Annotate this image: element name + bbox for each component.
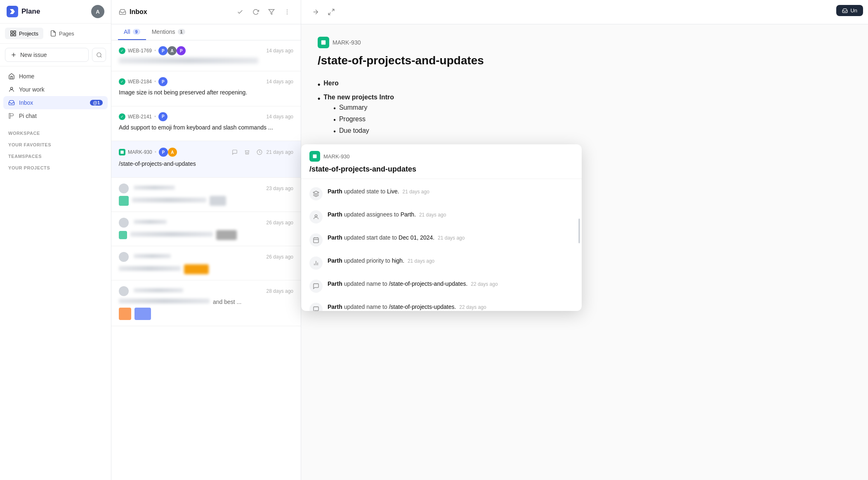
blurred-title [132,198,206,202]
mark-all-read-button[interactable] [234,6,246,18]
inbox-item-blurred-5[interactable]: 26 days ago [111,212,301,246]
workspace-label: WORKSPACE [0,126,111,137]
subtab-all-count: 9 [133,29,140,35]
expand-button[interactable] [325,6,337,18]
list-item: 26 days ago [119,218,293,228]
activity-text-name2: Parth updated name to /state-of-projects… [328,303,486,311]
subtab-all[interactable]: All 9 [118,24,146,40]
activity-icon-message1 [309,280,323,293]
comment-action-button[interactable] [229,147,240,158]
time-action-button[interactable] [254,147,265,158]
avatar: P [177,46,186,55]
sidebar: Plane A Projects Pages New issue Home Yo… [0,0,111,480]
activity-value: Dec 01, 2024. [399,234,434,241]
inbox-item-web1769[interactable]: WEB-1769 • P A P 14 days ago [111,40,301,71]
item-date: 23 days ago [267,186,293,191]
inbox-item-mark930[interactable]: MARK-930 • P A 21 days ago [111,141,301,178]
popup-header: MARK-930 /state-of-projects-and-updates [301,144,582,179]
svg-line-8 [100,56,101,57]
svg-marker-0 [10,9,15,14]
activity-item-state: Parth updated state to Live. 21 days ago [301,182,582,205]
svg-rect-19 [313,155,317,158]
avatar: P [158,112,167,121]
subtab-all-label: All [124,28,130,35]
item-meta [119,184,175,193]
nav-inbox[interactable]: Inbox @1 [3,96,108,109]
more-options-button[interactable] [281,6,293,18]
item-date: 14 days ago [267,48,293,54]
item-meta [119,252,171,262]
app-logo[interactable]: Plane [7,6,40,17]
activity-actor: Parth [328,211,342,218]
list-item: 28 days ago [119,286,293,296]
sub-list-item-progress: Progress [333,114,394,126]
tab-pages[interactable]: Pages [45,28,79,39]
activity-icon-bars [309,256,323,270]
item-meta: MARK-930 • P A [119,148,177,157]
inbox-item-web2184[interactable]: WEB-2184 • P 14 days ago Image size is n… [111,71,301,106]
activity-actor: Parth [328,188,342,195]
blurred-text [134,186,175,190]
inbox-item-web2141[interactable]: WEB-2141 • P 14 days ago Add support to … [111,106,301,141]
new-issue-label: New issue [20,52,47,58]
tab-projects[interactable]: Projects [5,28,43,39]
inbox-item-blurred-4[interactable]: 23 days ago [111,178,301,212]
nav-buttons [309,6,337,18]
item-meta [119,218,167,228]
projects-label: YOUR PROJECTS [0,160,111,172]
activity-text-name1: Parth updated name to /state-of-projects… [328,280,498,288]
activity-text-priority: Parth updated priority to high. 21 days … [328,256,434,265]
nav-home[interactable]: Home [3,70,108,83]
blurred-title [130,232,213,237]
svg-rect-3 [11,34,13,36]
blurred-thumb [216,230,237,240]
blurred-icon [119,231,127,239]
activity-item-assignee: Parth updated assignees to Parth. 21 day… [301,205,582,228]
svg-marker-11 [269,9,274,14]
activity-actor: Parth [328,234,342,241]
inbox-item-blurred-6[interactable]: 26 days ago [111,246,301,280]
nav-home-label: Home [19,73,34,80]
inbox-item-blurred-7[interactable]: 28 days ago and best ... [111,280,301,326]
svg-point-13 [287,12,288,12]
new-issue-button[interactable]: New issue [5,48,89,62]
search-button[interactable] [92,48,106,62]
activity-item-date: Parth updated start date to Dec 01, 2024… [301,228,582,252]
blurred-title [119,299,210,304]
list-item-intro: The new projects Intro Summary Progress … [318,92,851,139]
status-icon [119,78,125,85]
issue-title: /state-of-projects-and-updates [318,53,851,68]
refresh-inbox-button[interactable] [250,6,262,18]
nav-section-main: Home Your work Inbox @1 Pi chat [0,66,111,126]
inbox-subtabs: All 9 Mentions 1 [111,24,301,40]
list-item: WEB-2141 • P 14 days ago [119,112,293,121]
blurred-text [134,220,167,224]
item-date: 14 days ago [267,79,293,85]
user-avatar[interactable]: A [91,5,104,18]
popup-label-row: MARK-930 [309,151,573,162]
status-icon [119,113,125,120]
nav-your-work[interactable]: Your work [3,83,108,96]
popup-issue-id: MARK-930 [323,153,350,160]
list-item-text: Hero [323,80,338,87]
activity-actor: Parth [328,280,342,287]
activity-text-assignee: Parth updated assignees to Parth. 21 day… [328,210,446,219]
subtab-mentions[interactable]: Mentions 1 [146,24,191,40]
svg-point-12 [287,9,288,10]
blurred-avatar [119,252,129,262]
delete-action-button[interactable] [242,147,252,158]
svg-marker-20 [313,191,318,194]
unread-badge[interactable]: Un [836,5,863,16]
blurred-title [119,266,181,271]
navigate-forward-button[interactable] [309,6,322,18]
inbox-header-actions [234,6,293,18]
nav-pi-chat[interactable]: Pi chat [3,109,108,122]
scrollbar[interactable] [578,219,580,243]
list-item-text: The new projects Intro [323,94,394,101]
item-title: Image size is not being preserved after … [119,89,293,97]
filter-button[interactable] [265,6,278,18]
avatar: P [159,148,168,157]
blurred-avatar [119,218,129,228]
detail-header [301,0,868,24]
activity-actor: Parth [328,304,342,310]
